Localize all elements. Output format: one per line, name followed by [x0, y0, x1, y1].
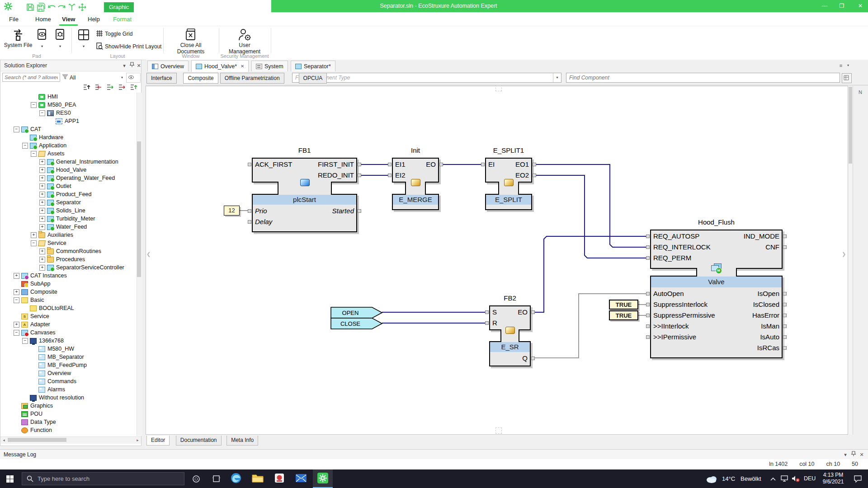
tree-item-service[interactable]: −Service: [0, 239, 137, 247]
canvas-scrollbar-thumb[interactable]: [849, 87, 852, 164]
cortana-icon[interactable]: [186, 469, 206, 488]
tree-item-commands[interactable]: Commands: [0, 377, 137, 385]
pin[interactable]: [783, 245, 787, 249]
menu-view[interactable]: View: [59, 14, 78, 26]
taskbar-search[interactable]: Type here to search: [22, 472, 184, 485]
tree-expander[interactable]: +: [39, 183, 45, 189]
pin[interactable]: [531, 357, 535, 360]
taskbar-app-store[interactable]: [269, 469, 289, 488]
pin[interactable]: [646, 245, 650, 249]
tree-item-service[interactable]: SService: [0, 312, 137, 320]
show-hide-print-layout-button[interactable]: Show/Hide Print Layout: [96, 42, 161, 52]
tree-item-pou[interactable]: POU: [0, 410, 137, 418]
tree-expander[interactable]: +: [39, 159, 45, 165]
tree-tool-icon[interactable]: [94, 84, 103, 91]
doc-tab-system[interactable]: System: [251, 61, 288, 71]
tree-expander[interactable]: +: [39, 249, 45, 254]
tree-expander[interactable]: −: [22, 338, 28, 344]
wire[interactable]: [536, 175, 646, 258]
tab-list-icon[interactable]: ≡: [837, 62, 844, 69]
log-close-icon[interactable]: ✕: [858, 451, 865, 458]
tree-item-water-feed[interactable]: +Water_Feed: [0, 223, 137, 231]
menu-format[interactable]: Format: [110, 14, 134, 24]
pin[interactable]: [485, 321, 489, 325]
taskbar-app-mail[interactable]: [291, 469, 311, 488]
tree-item-cat-instances[interactable]: +CAT Instances: [0, 272, 137, 280]
tree-item-commonroutines[interactable]: +CommonRoutines: [0, 247, 137, 255]
tree-item-mb-feedpump[interactable]: MB_FeedPump: [0, 361, 137, 369]
pin[interactable]: [783, 235, 787, 238]
filter-scope-dropdown[interactable]: All▾: [69, 73, 125, 83]
weather-icon[interactable]: [705, 473, 718, 486]
network-icon[interactable]: [780, 474, 788, 484]
tree-expander[interactable]: −: [31, 102, 37, 108]
pin[interactable]: [783, 303, 787, 306]
tree-item-application[interactable]: −Application: [0, 141, 137, 150]
pin[interactable]: [248, 220, 251, 224]
menu-home[interactable]: Home: [33, 14, 54, 24]
tree-item-m580-hw[interactable]: M580_HW: [0, 345, 137, 353]
close-all-documents-button[interactable]: Close All Documents: [175, 27, 207, 51]
doc-tab-hood-valve-[interactable]: Hood_Valve*✕: [191, 60, 249, 72]
keyboard-language[interactable]: DEU: [804, 469, 816, 488]
pin[interactable]: [646, 256, 650, 260]
tree-item-procedures[interactable]: +Procedures: [0, 255, 137, 263]
minimize-button[interactable]: —: [817, 0, 832, 12]
bottom-tab-editor[interactable]: Editor: [146, 436, 170, 446]
tree-expander[interactable]: +: [14, 322, 19, 328]
tree-expander[interactable]: −: [31, 240, 37, 246]
tree-expander[interactable]: +: [39, 175, 45, 181]
tree-item-res0[interactable]: −RES0: [0, 109, 137, 117]
tree-item-assets[interactable]: −Assets: [0, 150, 137, 158]
doc-tab-separator-[interactable]: Separator*: [291, 61, 335, 71]
tree-expander[interactable]: −: [14, 297, 19, 303]
tree-item-solids-line[interactable]: +Solids_Line: [0, 206, 137, 215]
user-management-button[interactable]: User Management: [228, 27, 261, 51]
taskbar-app-edge[interactable]: [226, 469, 246, 488]
tree-expander[interactable]: +: [31, 232, 37, 238]
system-file-button[interactable]: System File: [2, 27, 34, 51]
tree-expander[interactable]: +: [39, 167, 45, 173]
search-input[interactable]: [2, 73, 60, 82]
tree-item-function[interactable]: Function: [0, 426, 137, 434]
value-box[interactable]: TRUE: [609, 300, 638, 310]
tree-item-hmi[interactable]: HMI: [0, 93, 137, 101]
value-box[interactable]: TRUE: [609, 310, 638, 320]
tree-item-app1[interactable]: APP1: [0, 117, 137, 125]
tree-item-without-resolution[interactable]: Without resolution: [0, 394, 137, 402]
tree-expander[interactable]: +: [39, 265, 45, 271]
tree-tool-icon[interactable]: [83, 84, 91, 91]
move-icon[interactable]: [78, 3, 88, 13]
save-icon[interactable]: [26, 3, 36, 13]
message-log-bar[interactable]: Message Log ▾ ✕: [0, 449, 868, 460]
menu-file[interactable]: File: [6, 14, 21, 24]
tab-overflow-caret-icon[interactable]: ▾: [844, 62, 852, 69]
bottom-tab-documentation[interactable]: Documentation: [176, 436, 222, 446]
splitter-collapse-left[interactable]: ❮: [146, 251, 151, 257]
pin[interactable]: [646, 324, 650, 328]
taskbar-app-eco[interactable]: [313, 469, 333, 488]
pin[interactable]: [388, 174, 392, 177]
tree-expander[interactable]: −: [14, 330, 19, 336]
tree-item-operating-water-feed[interactable]: +Operating_Water_Feed: [0, 174, 137, 182]
tree-tool-icon[interactable]: [106, 84, 114, 91]
pin-icon[interactable]: [128, 62, 136, 69]
start-button[interactable]: [0, 469, 20, 488]
tree-item-booltoreal[interactable]: BOOLtoREAL: [0, 304, 137, 312]
volume-muted-icon[interactable]: [791, 474, 800, 484]
tree-item-product-feed[interactable]: +Product_Feed: [0, 190, 137, 198]
toggle-grid-button[interactable]: Toggle Grid: [96, 29, 132, 39]
pin[interactable]: [531, 310, 535, 314]
tree-item-hood-valve[interactable]: +Hood_Valve: [0, 166, 137, 174]
pin[interactable]: [783, 314, 787, 317]
pin[interactable]: [533, 163, 536, 166]
pin[interactable]: [646, 303, 650, 306]
tree-expander[interactable]: −: [31, 151, 37, 157]
tree-expander[interactable]: +: [39, 216, 45, 222]
branch-icon[interactable]: [67, 3, 77, 13]
pin[interactable]: [388, 163, 392, 166]
tree-item-composite[interactable]: +Composite: [0, 288, 137, 296]
log-pin-icon[interactable]: [850, 451, 857, 458]
close-button[interactable]: ✕: [853, 0, 868, 12]
tree-item-alarms[interactable]: Alarms: [0, 385, 137, 394]
